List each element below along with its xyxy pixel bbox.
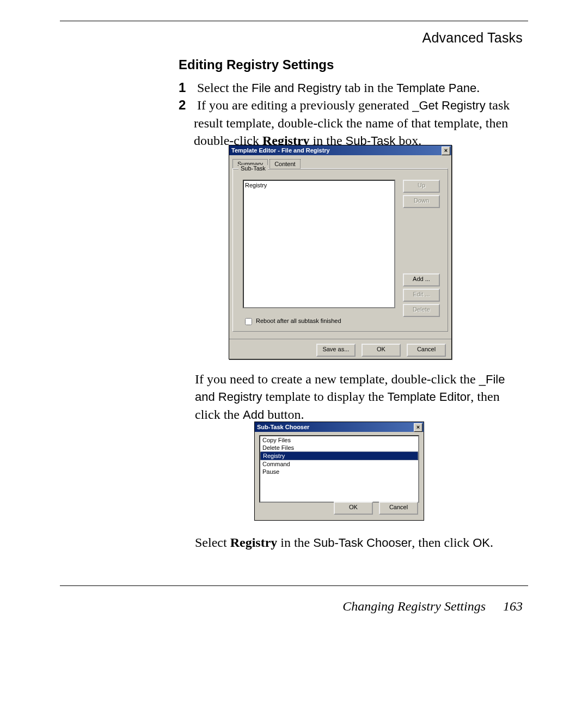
page-footer: Changing Registry Settings 163 xyxy=(342,599,523,614)
step-1: 1 Select the File and Registry tab in th… xyxy=(179,79,523,96)
dialog-button-bar: OK Cancel xyxy=(329,502,418,517)
list-item[interactable]: Copy Files xyxy=(260,436,418,444)
ui-term: Template Pane xyxy=(396,81,476,95)
groupbox-label: Sub-Task xyxy=(238,165,268,172)
list-item[interactable]: Delete Files xyxy=(260,444,418,451)
subtask-chooser-dialog: Sub-Task Chooser × Copy Files Delete Fil… xyxy=(254,422,424,521)
step-1-text-a: Select the xyxy=(197,81,252,95)
cancel-button[interactable]: Cancel xyxy=(407,344,446,357)
step-2-text-a: If you are editing a previously generate… xyxy=(197,98,412,112)
text: button. xyxy=(264,407,304,422)
ui-term: File and Registry xyxy=(252,81,341,95)
footer-title: Changing Registry Settings xyxy=(342,599,486,613)
tab-content[interactable]: Content xyxy=(270,159,301,169)
list-item[interactable]: Registry xyxy=(245,182,393,188)
ui-term: _Get Registry xyxy=(412,99,486,112)
dialog-title: Sub-Task Chooser xyxy=(257,424,309,430)
paragraph-new-template: If you need to create a new template, do… xyxy=(195,370,523,423)
step-1-text-e: . xyxy=(476,81,480,95)
subtask-groupbox: Sub-Task Registry Up Down Add ... Edit .… xyxy=(232,168,448,332)
dialog-button-bar: Save as... OK Cancel xyxy=(229,339,451,359)
rule-bottom xyxy=(60,585,528,586)
titlebar[interactable]: Sub-Task Chooser × xyxy=(255,422,424,432)
subtask-listbox[interactable]: Registry xyxy=(243,180,395,308)
page-number: 163 xyxy=(503,599,523,613)
template-editor-dialog: Template Editor - File and Registry × Su… xyxy=(229,145,452,359)
text: , then click xyxy=(412,535,473,550)
step-number: 1 xyxy=(179,79,194,96)
save-as-button[interactable]: Save as... xyxy=(316,344,356,357)
section-heading: Editing Registry Settings xyxy=(179,57,334,72)
ok-button[interactable]: OK xyxy=(362,344,401,357)
cancel-button[interactable]: Cancel xyxy=(379,502,418,515)
text: . xyxy=(490,535,493,550)
list-item-selected[interactable]: Registry xyxy=(260,451,418,460)
bold-term: Registry xyxy=(230,535,278,550)
ui-term: OK xyxy=(473,536,490,550)
list-item[interactable]: Command xyxy=(260,460,418,468)
dialog-title: Template Editor - File and Registry xyxy=(231,147,330,154)
ui-term: Template Editor xyxy=(387,390,470,404)
step-number: 2 xyxy=(179,96,194,114)
step-1-text-c: tab in the xyxy=(341,81,396,95)
titlebar[interactable]: Template Editor - File and Registry × xyxy=(229,145,451,155)
rule-top xyxy=(60,21,528,21)
close-icon[interactable]: × xyxy=(442,147,450,155)
list-item[interactable]: Pause xyxy=(260,468,418,475)
edit-button[interactable]: Edit ... xyxy=(403,289,440,302)
text: If you need to create a new template, do… xyxy=(195,372,479,386)
ui-term: Sub-Task Chooser xyxy=(313,536,412,550)
text: in the xyxy=(277,535,313,550)
steps-block: 1 Select the File and Registry tab in th… xyxy=(179,79,523,150)
ok-button[interactable]: OK xyxy=(334,502,373,515)
close-icon[interactable]: × xyxy=(414,423,422,432)
up-button[interactable]: Up xyxy=(403,180,440,193)
down-button[interactable]: Down xyxy=(403,195,440,208)
subtask-list[interactable]: Copy Files Delete Files Registry Command… xyxy=(259,435,419,503)
delete-button[interactable]: Delete xyxy=(403,304,440,317)
reboot-checkbox-label: Reboot after all subtask finished xyxy=(256,318,341,324)
step-2: 2 If you are editing a previously genera… xyxy=(179,96,523,149)
reboot-checkbox-row: Reboot after all subtask finished xyxy=(243,316,341,327)
running-header: Advanced Tasks xyxy=(422,30,523,46)
paragraph-select-registry: Select Registry in the Sub-Task Chooser,… xyxy=(195,534,523,551)
text: Select xyxy=(195,535,230,550)
text: template to display the xyxy=(262,389,388,404)
reboot-checkbox[interactable] xyxy=(245,318,252,325)
ui-term: Add xyxy=(243,408,264,422)
add-button[interactable]: Add ... xyxy=(403,273,440,286)
